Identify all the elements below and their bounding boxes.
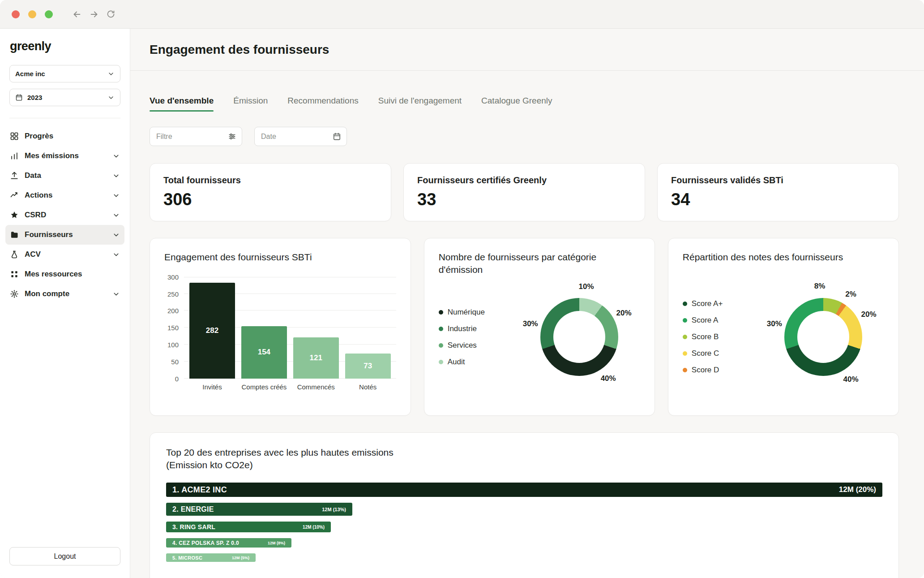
x-axis-label: Invités xyxy=(189,383,235,392)
sidebar-item-acv[interactable]: ACV xyxy=(5,245,124,264)
category-donut-area: NumériqueIndustrieServicesAudit10%20%40%… xyxy=(439,279,640,395)
sidebar-item-mes-emissions[interactable]: Mes émissions xyxy=(5,146,124,166)
donut-percent-label: 30% xyxy=(523,319,538,328)
flask-icon xyxy=(10,250,19,259)
legend-item-score-a: Score A+ xyxy=(683,299,750,308)
bar-chart-x-labels: InvitésComptes créésCommencésNotés xyxy=(184,383,396,392)
donut-hole xyxy=(553,311,605,363)
bar-column: 282 xyxy=(189,277,235,379)
close-button[interactable] xyxy=(12,10,20,18)
y-tick-label: 150 xyxy=(167,324,179,332)
stat-cards-row: Total fournisseurs306Fournisseurs certif… xyxy=(150,163,899,221)
category-donut-title: Nombre de fournisseurs par catégorie d'é… xyxy=(439,251,640,277)
browser-titlebar xyxy=(0,0,924,29)
bar-chart-area: 30025020015010050028215412173InvitésComp… xyxy=(164,277,396,392)
donut-hole xyxy=(797,311,849,363)
sidebar-item-label: Mes émissions xyxy=(25,151,79,160)
sidebar-item-data[interactable]: Data xyxy=(5,166,124,185)
sidebar-nav: ProgrèsMes émissionsDataActionsCSRDFourn… xyxy=(0,126,130,304)
year-selector-value: 2023 xyxy=(27,94,103,101)
sidebar-item-label: Mon compte xyxy=(25,289,69,298)
upload-icon xyxy=(10,171,19,180)
stat-card-label: Fournisseurs certifiés Greenly xyxy=(417,175,631,185)
top-emissions-bar-3: 3. RING SARL12M (10%) xyxy=(166,522,331,532)
bar-chart-icon xyxy=(10,151,19,160)
bar-group: 28215412173 xyxy=(184,277,396,379)
chevron-down-icon xyxy=(112,231,120,239)
tab-vue-d-ensemble[interactable]: Vue d'ensemble xyxy=(150,96,214,112)
sidebar-item-csrd[interactable]: CSRD xyxy=(5,205,124,225)
greenly-logo: greenly xyxy=(10,39,130,53)
reload-button[interactable] xyxy=(106,9,116,19)
app-window: greenly Acme inc 2023 ProgrèsMes émissio… xyxy=(0,0,924,578)
y-tick-label: 300 xyxy=(167,273,179,280)
charts-row: Engagement des fournisseurs SBTi 3002502… xyxy=(150,238,899,416)
donut-percent-label: 40% xyxy=(843,375,859,384)
chevron-down-icon xyxy=(112,192,120,199)
sidebar-item-label: Actions xyxy=(25,191,52,200)
chevron-down-icon-wrap xyxy=(107,70,115,78)
back-button[interactable] xyxy=(72,9,82,19)
x-axis-label: Comptes créés xyxy=(241,383,287,392)
zoom-button[interactable] xyxy=(45,10,53,18)
legend-dot-icon xyxy=(683,368,687,372)
grid-icon xyxy=(10,132,19,141)
minimize-button[interactable] xyxy=(28,10,36,18)
trend-icon xyxy=(10,191,19,200)
company-selector-value: Acme inc xyxy=(15,70,103,78)
scores-donut-area: Score A+Score AScore BScore CScore D8%2%… xyxy=(683,279,884,395)
stat-card-value: 33 xyxy=(417,190,631,209)
legend-item-score-b: Score B xyxy=(683,332,750,341)
sidebar-item-actions[interactable]: Actions xyxy=(5,185,124,205)
tab-emission[interactable]: Émission xyxy=(233,96,268,112)
legend-label: Services xyxy=(448,341,477,350)
top-emissions-bar-5: 5. MICROSC12M (5%) xyxy=(166,553,256,562)
date-input-wrap xyxy=(254,127,347,146)
calendar-icon xyxy=(15,94,23,101)
legend-dot-icon xyxy=(683,351,687,356)
company-selector[interactable]: Acme inc xyxy=(9,65,120,82)
filter-input[interactable] xyxy=(155,132,224,141)
tab-suivi-de-l-engagement[interactable]: Suivi de l'engagement xyxy=(378,96,462,112)
donut-legend: Score A+Score AScore BScore CScore D xyxy=(683,299,750,375)
bar-chart: 30025020015010050028215412173 xyxy=(164,277,396,379)
sidebar-item-progres[interactable]: Progrès xyxy=(5,126,124,146)
tab-recommendations[interactable]: Recommendations xyxy=(287,96,358,112)
chevron-down-icon xyxy=(107,94,115,101)
donut-chart: 8%2%20%40%30% xyxy=(765,279,881,395)
legend-label: Score C xyxy=(692,349,719,358)
chevron-down-icon xyxy=(112,172,120,180)
chevron-down-icon xyxy=(112,251,120,259)
top-emissions-subtitle: (Emission kto CO2e) xyxy=(166,459,882,471)
donut-percent-label: 40% xyxy=(601,374,616,383)
tab-catalogue-greenly[interactable]: Catalogue Greenly xyxy=(481,96,552,112)
y-tick-label: 0 xyxy=(175,375,179,382)
chevron-down-icon xyxy=(107,70,115,78)
chevron-down-icon xyxy=(112,290,120,298)
donut-percent-label: 30% xyxy=(767,319,782,328)
y-tick-label: 50 xyxy=(171,358,179,365)
sidebar-item-fournisseurs[interactable]: Fournisseurs xyxy=(5,225,124,245)
sidebar-item-mes-ressources[interactable]: Mes ressources xyxy=(5,264,124,284)
filters-row xyxy=(150,127,899,146)
stat-card-label: Fournisseurs validés SBTi xyxy=(671,175,885,185)
bar-column: 121 xyxy=(293,277,339,379)
bar-invites: 282 xyxy=(189,283,235,378)
sidebar-item-label: CSRD xyxy=(25,211,46,220)
sidebar: greenly Acme inc 2023 ProgrèsMes émissio… xyxy=(0,29,130,578)
bar-chart-plot: 28215412173 xyxy=(184,277,396,379)
forward-button[interactable] xyxy=(89,9,99,19)
y-tick-label: 200 xyxy=(167,307,179,315)
calendar-icon xyxy=(333,132,341,141)
sliders-icon-wrap xyxy=(228,132,236,141)
donut-percent-label: 20% xyxy=(616,309,632,318)
top-emissions-bar-1: 1. ACME2 INC12M (20%) xyxy=(166,483,882,497)
window-controls xyxy=(12,10,53,18)
date-input[interactable] xyxy=(260,132,329,141)
dots-grid-icon xyxy=(10,270,19,279)
legend-dot-icon xyxy=(683,335,687,339)
reload-icon xyxy=(106,9,116,19)
sidebar-item-mon-compte[interactable]: Mon compte xyxy=(5,284,124,304)
logout-button[interactable]: Logout xyxy=(9,547,120,565)
year-selector[interactable]: 2023 xyxy=(9,89,120,106)
